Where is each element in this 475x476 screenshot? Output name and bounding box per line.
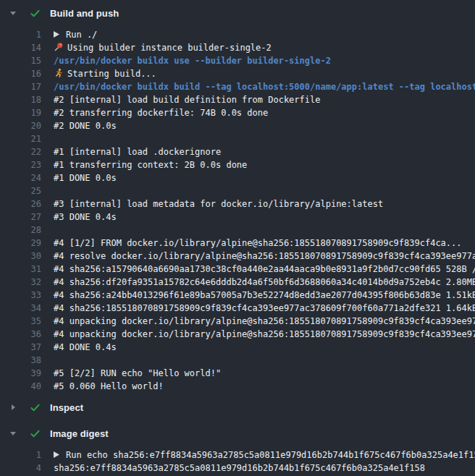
line-text-value: #4 sha256:df20fa9351a15782c64e6dddb2d4a6… <box>54 277 475 287</box>
line-text-value: #3 DONE 0.4s <box>54 212 117 222</box>
line-number[interactable]: 35 <box>0 315 41 328</box>
section-header-build-and-push[interactable]: Build and push <box>0 0 475 26</box>
log-line: 24#1 DONE 0.0s <box>0 171 475 184</box>
log-line: 18#2 [internal] load build definition fr… <box>0 93 475 106</box>
line-content: #4 sha256:a15790640a6690aa1730c38cf0a440… <box>54 263 475 276</box>
line-number[interactable]: 28 <box>0 224 41 237</box>
line-number[interactable]: 21 <box>0 132 41 145</box>
log-line: 15/usr/bin/docker buildx use --builder b… <box>0 54 475 67</box>
line-content: Using builder instance builder-single-2 <box>54 41 272 54</box>
line-content: #4 DONE 0.4s <box>54 341 117 354</box>
log-line: 4sha256:e7ff8834a5963a2785c5a0811e979d16… <box>0 462 475 475</box>
section-header-image-digest[interactable]: Image digest <box>0 420 475 446</box>
line-text-value: Using builder instance builder-single-2 <box>67 43 272 53</box>
log-line: 25 <box>0 184 475 197</box>
log-line: 39#5 [2/2] RUN echo "Hello world!" <box>0 367 475 380</box>
line-text-value: sha256:e7ff8834a5963a2785c5a0811e979d16b… <box>54 463 425 473</box>
log-line: 37#4 DONE 0.4s <box>0 341 475 354</box>
line-number[interactable]: 22 <box>0 145 41 158</box>
line-number[interactable]: 32 <box>0 276 41 289</box>
line-number[interactable]: 1 <box>0 449 41 462</box>
line-number[interactable]: 36 <box>0 328 41 341</box>
section-title: Build and push <box>50 8 119 19</box>
log-line: 40#5 0.060 Hello world! <box>0 380 475 393</box>
line-number[interactable]: 18 <box>0 93 41 106</box>
runner-icon <box>54 68 64 78</box>
line-text-value: #5 [2/2] RUN echo "Hello world!" <box>54 368 221 378</box>
line-content: #1 DONE 0.0s <box>54 171 117 184</box>
line-number[interactable]: 16 <box>0 67 41 80</box>
line-number[interactable]: 23 <box>0 158 41 171</box>
line-number[interactable]: 29 <box>0 237 41 250</box>
log-line: 16Starting build... <box>0 67 475 80</box>
line-number[interactable]: 20 <box>0 119 41 132</box>
line-number[interactable]: 1 <box>0 28 41 41</box>
line-number[interactable]: 14 <box>0 41 41 54</box>
line-text-value: #1 DONE 0.0s <box>54 173 117 183</box>
line-text-value: Run echo sha256:e7ff8834a5963a2785c5a081… <box>66 450 475 460</box>
line-number[interactable]: 38 <box>0 354 41 367</box>
log-section-inspect: Inspect <box>0 394 475 420</box>
line-number[interactable]: 27 <box>0 211 41 224</box>
caret-down-icon <box>9 430 17 437</box>
line-text-value: #3 [internal] load metadata for docker.i… <box>54 199 383 209</box>
line-content: #5 [2/2] RUN echo "Hello world!" <box>54 367 221 380</box>
line-text-value: #2 DONE 0.0s <box>54 121 117 131</box>
log-line: 20#2 DONE 0.0s <box>0 119 475 132</box>
line-text-value: Starting build... <box>67 69 156 79</box>
section-header-inspect[interactable]: Inspect <box>0 394 475 420</box>
line-number[interactable]: 34 <box>0 302 41 315</box>
run-arrow-icon[interactable] <box>54 28 59 35</box>
line-text-value: Run ./ <box>66 30 97 40</box>
log-line: 30#4 resolve docker.io/library/alpine@sh… <box>0 250 475 263</box>
line-number[interactable]: 37 <box>0 341 41 354</box>
log-line: 33#4 sha256:a24bb4013296f61e89ba57005a7b… <box>0 289 475 302</box>
line-number[interactable]: 31 <box>0 263 41 276</box>
workflow-log: Build and push1Run ./14Using builder ins… <box>0 0 475 476</box>
log-line: 19#2 transferring dockerfile: 74B 0.0s d… <box>0 106 475 119</box>
line-number[interactable]: 15 <box>0 54 41 67</box>
line-text-value: /usr/bin/docker buildx build --tag local… <box>54 82 475 92</box>
run-arrow-icon[interactable] <box>54 449 59 455</box>
line-text-value: #5 0.060 Hello world! <box>54 381 164 391</box>
log-section-image-digest: Image digest1Run echo sha256:e7ff8834a59… <box>0 420 475 476</box>
line-text-value: #4 sha256:a24bb4013296f61e89ba57005a7b3e… <box>54 290 475 300</box>
log-line: 26#3 [internal] load metadata for docker… <box>0 197 475 211</box>
log-line: 1Run ./ <box>0 28 475 41</box>
log-line: 29#4 [1/2] FROM docker.io/library/alpine… <box>0 237 475 250</box>
line-number[interactable]: 33 <box>0 289 41 302</box>
line-number[interactable]: 26 <box>0 197 41 211</box>
log-line: 35#4 unpacking docker.io/library/alpine@… <box>0 315 475 328</box>
line-text-value: #4 [1/2] FROM docker.io/library/alpine@s… <box>54 238 462 248</box>
log-line: 34#4 sha256:185518070891758909c9f839cf4c… <box>0 302 475 315</box>
check-icon <box>29 7 41 19</box>
line-number[interactable]: 24 <box>0 171 41 184</box>
line-text-value: #4 resolve docker.io/library/alpine@sha2… <box>54 251 475 261</box>
line-number[interactable]: 30 <box>0 250 41 263</box>
line-number[interactable]: 17 <box>0 80 41 93</box>
line-text-value: #2 transferring dockerfile: 74B 0.0s don… <box>54 108 268 118</box>
line-number[interactable]: 39 <box>0 367 41 380</box>
line-text-value: #4 unpacking docker.io/library/alpine@sh… <box>54 316 475 326</box>
line-content: /usr/bin/docker buildx use --builder bui… <box>54 54 331 67</box>
line-number[interactable]: 40 <box>0 380 41 393</box>
line-number[interactable]: 19 <box>0 106 41 119</box>
line-text-value: #4 DONE 0.4s <box>54 342 117 352</box>
log-line: 23#1 transferring context: 2B 0.0s done <box>0 158 475 171</box>
line-content: #3 [internal] load metadata for docker.i… <box>54 197 383 211</box>
log-line: 17/usr/bin/docker buildx build --tag loc… <box>0 80 475 93</box>
log-section-build-and-push: Build and push1Run ./14Using builder ins… <box>0 0 475 394</box>
line-content: #2 [internal] load build definition from… <box>54 93 320 106</box>
log-lines-image-digest: 1Run echo sha256:e7ff8834a5963a2785c5a08… <box>0 446 475 476</box>
line-content: #1 [internal] load .dockerignore <box>54 145 221 158</box>
log-lines-build-and-push: 1Run ./14Using builder instance builder-… <box>0 26 475 394</box>
line-number[interactable]: 25 <box>0 184 41 197</box>
line-number[interactable]: 4 <box>0 462 41 475</box>
line-content: #4 [1/2] FROM docker.io/library/alpine@s… <box>54 237 462 250</box>
log-line: 28 <box>0 224 475 237</box>
pushpin-icon <box>54 42 64 52</box>
line-text-value: #4 sha256:185518070891758909c9f839cf4ca3… <box>54 303 475 313</box>
line-content: Run echo sha256:e7ff8834a5963a2785c5a081… <box>54 449 475 462</box>
caret-down-icon <box>9 9 17 17</box>
line-text-value: #1 [internal] load .dockerignore <box>54 147 221 157</box>
